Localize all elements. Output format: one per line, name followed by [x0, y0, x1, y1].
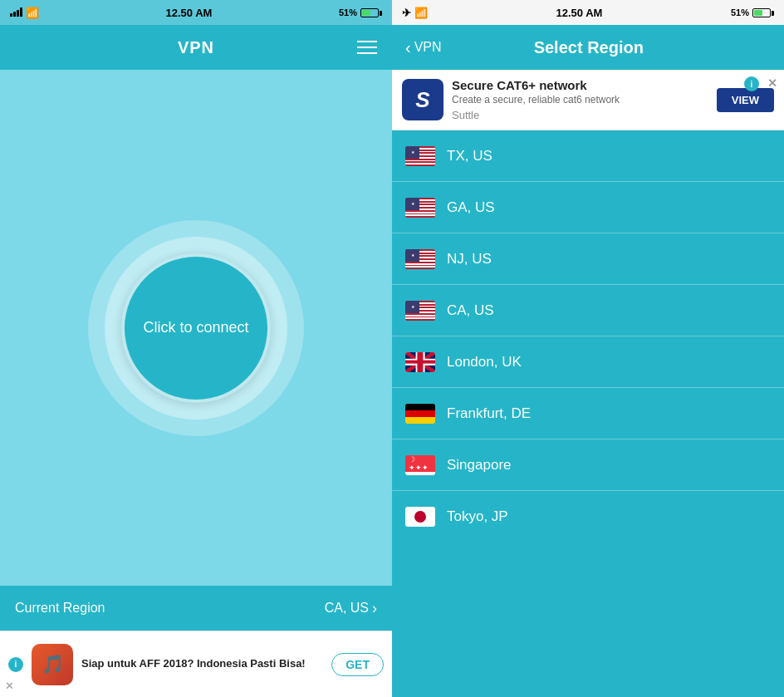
chevron-right-icon: ›: [372, 600, 377, 617]
ad-logo: S: [402, 79, 443, 120]
flag-us-ga: [405, 198, 435, 218]
page-title-right: Select Region: [448, 38, 729, 57]
bottom-ad: i 🎵 Siap untuk AFF 2018? Indonesia Pasti…: [0, 631, 392, 697]
flag-us-tx: [405, 146, 435, 166]
right-panel: ✈ 📶 12.50 AM 51% ‹ VPN Select Region S S…: [392, 0, 784, 697]
status-icons-left: 📶: [10, 7, 39, 19]
app-title-left: VPN: [178, 38, 214, 57]
plane-icon: ✈: [402, 7, 411, 19]
flag-us-nj: [405, 249, 435, 269]
flag-sg-singapore: ☽ ✦✦✦: [405, 455, 435, 475]
header-right: ‹ VPN Select Region: [392, 25, 784, 70]
menu-icon[interactable]: [357, 41, 377, 54]
header-left: VPN: [0, 25, 392, 70]
ad-title: Secure CAT6+ network: [452, 78, 708, 92]
status-bar-left: 📶 12.50 AM 51%: [0, 0, 392, 25]
ad-app-icon: 🎵: [32, 644, 73, 685]
status-icons-right: ✈ 📶: [402, 7, 428, 19]
battery-icon-right: [752, 7, 774, 17]
region-item-frankfurt-de[interactable]: Frankfurt, DE: [392, 388, 784, 439]
time-right: 12.50 AM: [556, 7, 603, 19]
ad-brand: Suttle: [452, 109, 708, 121]
circle-mid: Click to connect: [105, 237, 287, 420]
ad-close-button[interactable]: ✕: [767, 76, 777, 90]
battery-icon-left: [360, 7, 382, 17]
region-item-tokyo-jp[interactable]: Tokyo, JP: [392, 491, 784, 542]
region-name-ca: CA, US: [447, 302, 494, 319]
right-ad-banner: S Secure CAT6+ network Create a secure, …: [392, 70, 784, 130]
back-label: VPN: [414, 40, 442, 55]
battery-area-left: 51%: [339, 7, 382, 17]
ad-subtitle: Create a secure, reliable cat6 network: [452, 94, 708, 106]
left-panel: 📶 12.50 AM 51% VPN Click to connect: [0, 0, 392, 697]
flag-us-ca: [405, 301, 435, 321]
time-left: 12.50 AM: [166, 7, 213, 19]
battery-percent-right: 51%: [731, 7, 749, 17]
ad-info-badge: i: [744, 76, 759, 91]
connect-button[interactable]: Click to connect: [121, 253, 271, 403]
ad-view-button[interactable]: VIEW: [717, 88, 774, 112]
back-button[interactable]: ‹ VPN: [405, 39, 442, 56]
current-region-value: CA, US ›: [325, 600, 377, 617]
signal-icon: [10, 7, 22, 18]
region-item-ga-us[interactable]: GA, US: [392, 182, 784, 233]
battery-area-right: 51%: [731, 7, 774, 17]
connect-area: Click to connect: [0, 70, 392, 586]
circle-outer: Click to connect: [88, 220, 304, 436]
flag-jp-tokyo: [405, 507, 435, 527]
current-region-bar[interactable]: Current Region CA, US ›: [0, 586, 392, 631]
connect-label: Click to connect: [143, 319, 248, 336]
jp-circle: [414, 511, 426, 523]
region-item-london-uk[interactable]: London, UK: [392, 336, 784, 388]
ad-info-icon: i: [8, 657, 23, 672]
flag-de-frankfurt: [405, 404, 435, 424]
region-name-ga: GA, US: [447, 199, 495, 216]
region-name-nj: NJ, US: [447, 251, 492, 268]
sg-crescent: ☽ ✦✦✦: [409, 455, 435, 472]
region-name-london: London, UK: [447, 354, 522, 371]
region-name-tx: TX, US: [447, 148, 492, 164]
region-name-singapore: Singapore: [447, 457, 512, 474]
region-name-tokyo: Tokyo, JP: [447, 508, 508, 525]
ad-info: Secure CAT6+ network Create a secure, re…: [452, 78, 708, 121]
wifi-icon-right: 📶: [414, 7, 428, 19]
ad-get-button[interactable]: GET: [331, 653, 384, 676]
region-item-tx-us[interactable]: TX, US: [392, 130, 784, 182]
ad-close-icon[interactable]: ✕: [5, 680, 14, 692]
back-chevron-icon: ‹: [405, 39, 411, 56]
region-list: TX, US GA, US NJ, US CA, US: [392, 130, 784, 697]
region-item-ca-us[interactable]: CA, US: [392, 285, 784, 336]
status-bar-right: ✈ 📶 12.50 AM 51%: [392, 0, 784, 25]
ad-text: Siap untuk AFF 2018? Indonesia Pasti Bis…: [81, 657, 323, 671]
flag-uk-london: [405, 352, 435, 372]
battery-percent-left: 51%: [339, 7, 357, 17]
region-item-nj-us[interactable]: NJ, US: [392, 233, 784, 285]
current-region-label: Current Region: [15, 601, 105, 616]
region-item-singapore[interactable]: ☽ ✦✦✦ Singapore: [392, 439, 784, 491]
wifi-icon: 📶: [26, 7, 39, 19]
current-region-text: CA, US: [325, 601, 369, 616]
region-name-frankfurt: Frankfurt, DE: [447, 405, 531, 422]
